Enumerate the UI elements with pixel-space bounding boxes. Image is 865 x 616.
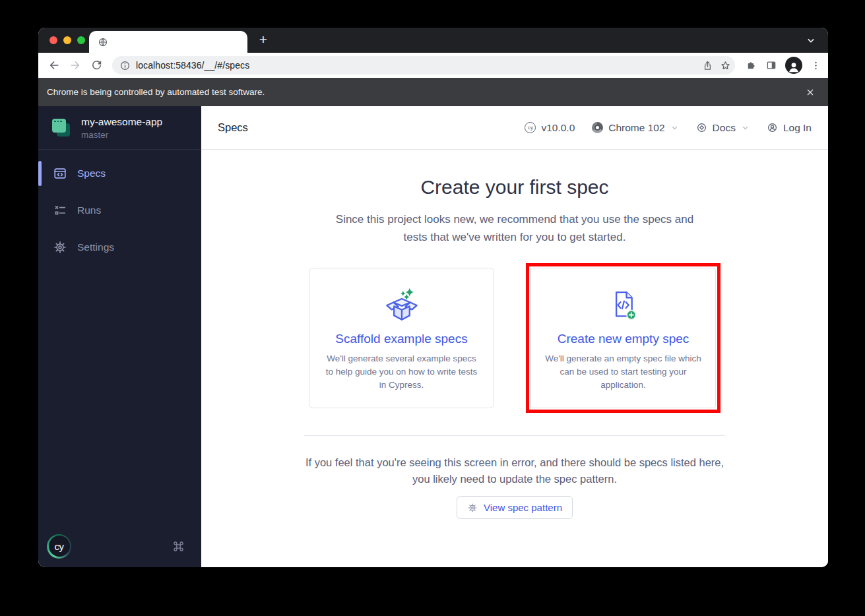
address-bar[interactable]: localhost:58436/__/#/specs [112, 56, 735, 75]
open-box-icon [383, 286, 421, 324]
browser-menu-icon[interactable] [810, 60, 821, 71]
new-tab-button[interactable]: + [254, 30, 272, 49]
minimize-window-button[interactable] [63, 36, 71, 44]
zoom-window-button[interactable] [77, 36, 85, 44]
annotation-highlight-box: Create new empty spec We'll generate an … [526, 263, 721, 413]
card-description: We'll generate an empty spec file which … [544, 352, 703, 392]
globe-icon [98, 37, 108, 47]
extensions-icon[interactable] [746, 59, 757, 71]
code-file-icon [604, 286, 643, 324]
page-info-icon[interactable] [119, 60, 131, 71]
close-window-button[interactable] [49, 36, 57, 44]
side-panel-icon[interactable] [765, 59, 777, 71]
url-text[interactable]: localhost:58436/__/#/specs [136, 60, 697, 71]
chevron-down-icon [741, 123, 750, 132]
card-title: Scaffold example specs [335, 332, 467, 346]
chrome-icon [592, 122, 603, 133]
runs-icon [53, 203, 67, 218]
docs-menu[interactable]: Docs [696, 122, 750, 134]
main-area: Specs cy v10.0.0 Chrome 102 [201, 106, 828, 567]
chevron-down-icon [670, 123, 679, 132]
sidebar-item-runs[interactable]: Runs [38, 200, 201, 220]
bookmark-star-icon[interactable] [720, 60, 731, 71]
tab-search-chevron-icon[interactable] [804, 34, 817, 47]
browser-toolbar: localhost:58436/__/#/specs [38, 53, 828, 78]
user-icon [767, 122, 778, 133]
project-icon [52, 119, 71, 137]
traffic-lights [49, 36, 85, 44]
sidebar-footer: cy [38, 525, 201, 567]
view-spec-pattern-button[interactable]: View spec pattern [457, 496, 573, 519]
sidebar-item-settings[interactable]: Settings [38, 237, 201, 257]
gear-icon [53, 240, 67, 255]
infobar-close-icon[interactable] [803, 85, 817, 100]
project-header[interactable]: my-awesome-app master [38, 106, 201, 150]
docs-icon [696, 122, 707, 133]
keyboard-shortcuts-icon[interactable] [172, 539, 185, 553]
create-first-spec-page: Create your first spec Since this projec… [201, 150, 828, 567]
project-branch: master [81, 130, 162, 140]
scaffold-example-specs-card[interactable]: Scaffold example specs We'll generate se… [309, 268, 494, 408]
version-badge[interactable]: cy v10.0.0 [525, 122, 575, 134]
sidebar: my-awesome-app master Specs Runs [38, 106, 201, 567]
sidebar-item-label: Specs [77, 168, 106, 179]
profile-avatar[interactable] [785, 57, 802, 74]
share-icon[interactable] [702, 60, 713, 71]
gear-icon [467, 503, 478, 513]
page-title: Specs [218, 121, 248, 134]
divider [304, 435, 725, 436]
card-title: Create new empty spec [558, 332, 689, 346]
sidebar-item-specs[interactable]: Specs [38, 164, 201, 183]
main-header: Specs cy v10.0.0 Chrome 102 [201, 106, 828, 150]
automation-infobar: Chrome is being controlled by automated … [38, 78, 828, 106]
project-name: my-awesome-app [81, 116, 162, 128]
page-heading: Create your first spec [201, 173, 828, 201]
spec-pattern-note: If you feel that you're seeing this scre… [201, 454, 828, 487]
card-description: We'll generate several example specs to … [323, 352, 481, 392]
cypress-app: my-awesome-app master Specs Runs [38, 106, 828, 567]
sidebar-item-label: Runs [77, 204, 101, 216]
page-subheading: Since this project looks new, we recomme… [201, 210, 828, 246]
browser-selector[interactable]: Chrome 102 [592, 122, 678, 134]
back-button[interactable] [45, 56, 63, 75]
header-right: cy v10.0.0 Chrome 102 Doc [525, 122, 812, 134]
spec-option-cards: Scaffold example specs We'll generate se… [201, 263, 828, 413]
infobar-message: Chrome is being controlled by automated … [47, 87, 803, 97]
tab-strip: + [38, 28, 828, 53]
login-button[interactable]: Log In [767, 122, 812, 134]
reload-button[interactable] [87, 56, 106, 75]
forward-button[interactable] [66, 56, 84, 75]
sidebar-item-label: Settings [77, 241, 114, 253]
cypress-logo: cy [47, 534, 71, 559]
sidebar-nav: Specs Runs Settings [38, 150, 201, 274]
active-indicator [38, 161, 42, 186]
create-new-empty-spec-card[interactable]: Create new empty spec We'll generate an … [530, 268, 716, 408]
browser-window: + localhost:58436/__/#/specs [38, 28, 828, 567]
specs-icon [53, 166, 67, 181]
cypress-version-icon: cy [525, 122, 536, 133]
toolbar-right [742, 57, 821, 74]
browser-tab[interactable] [89, 31, 247, 53]
